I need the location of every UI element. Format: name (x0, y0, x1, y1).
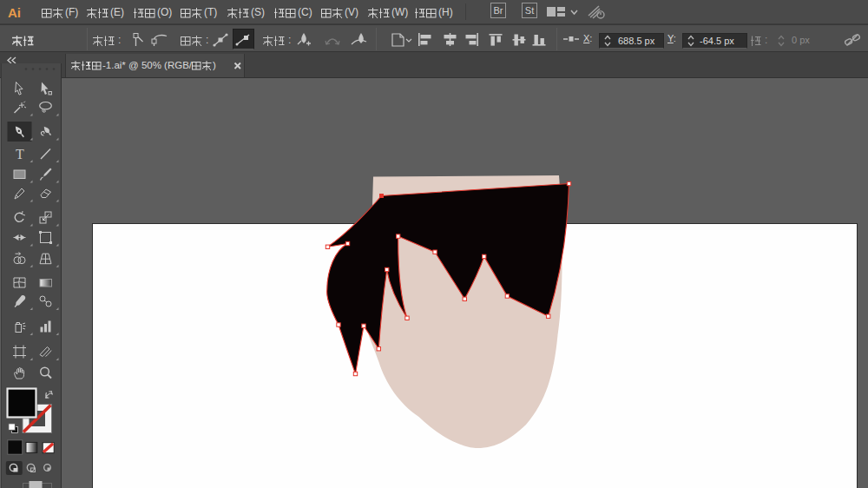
svg-text:Ai: Ai (8, 5, 21, 20)
svg-text:T: T (16, 147, 24, 162)
